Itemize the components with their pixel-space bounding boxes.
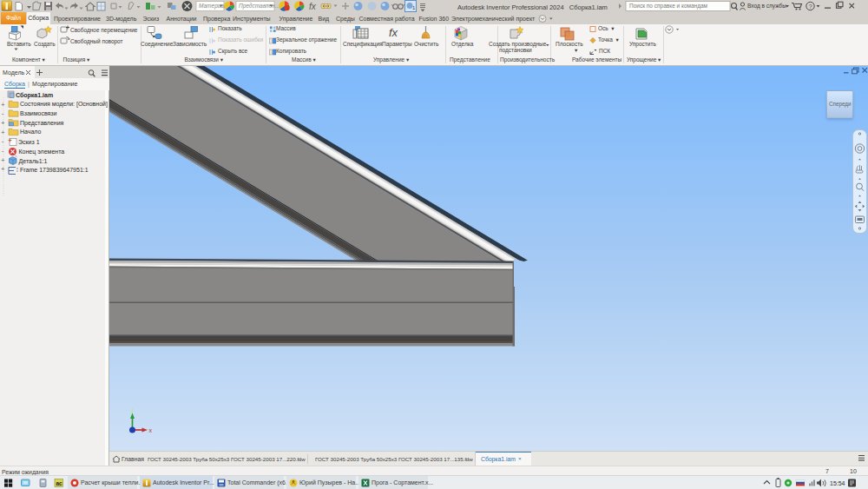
svg-text:Конец элемента: Конец элемента [19,149,65,155]
svg-text:?: ? [809,3,812,10]
svg-text:+: + [1,119,5,127]
svg-text:-: - [2,137,4,145]
svg-text:ac: ac [56,480,63,486]
svg-text:Эскиз 1: Эскиз 1 [18,139,40,145]
svg-text:Сборка1.iam: Сборка1.iam [16,92,53,99]
svg-text:Начало: Начало [20,129,41,135]
svg-text:fx: fx [309,2,317,11]
svg-text:-: - [2,147,4,155]
svg-text:Состояния модели: [Основной]: Состояния модели: [Основной] [20,101,108,108]
svg-text:Материал: Материал [199,3,227,10]
svg-text:+: + [1,156,5,164]
svg-text:fx: fx [389,26,398,39]
svg-text:Представления: Представления [20,120,64,127]
svg-text:Frame 1739839647951:1: Frame 1739839647951:1 [20,167,89,173]
svg-text:Y: Y [130,408,135,414]
svg-text:15:54: 15:54 [830,480,845,486]
svg-text:Взаимосвязи: Взаимосвязи [20,110,57,116]
svg-text:-: - [2,109,4,117]
svg-text:Поиск по справке и командам: Поиск по справке и командам [629,3,708,10]
svg-text:+: + [1,101,5,109]
svg-text:+: + [1,165,5,173]
svg-text:Вход в службы: Вход в службы [747,3,786,10]
svg-text:x: x [149,427,153,433]
svg-text:Представлен...: Представлен... [239,3,279,10]
svg-text:+: + [1,129,5,136]
svg-text:Деталь1:1: Деталь1:1 [19,158,48,165]
